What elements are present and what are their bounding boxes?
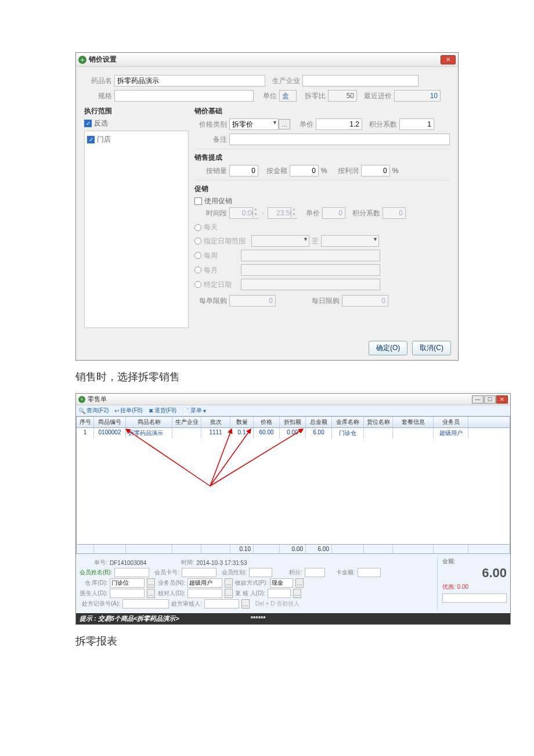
close-icon[interactable]: ✕ xyxy=(496,395,508,404)
byqty-input[interactable] xyxy=(229,165,258,177)
radio-daterange[interactable]: 指定日期范围 ▼ 至 ▼ xyxy=(194,235,450,247)
unit-input xyxy=(279,90,297,102)
cancel-button[interactable]: 取消(C) xyxy=(412,341,451,355)
col-sales[interactable]: 业务员 xyxy=(434,417,468,427)
col-qty[interactable]: 数量 xyxy=(230,417,254,427)
spec-label: 规格 xyxy=(84,91,112,101)
membercard-input[interactable] xyxy=(182,568,217,577)
enable-promo-checkbox[interactable]: 使用促销 xyxy=(194,196,450,206)
rxno-label: 处方记录号(A): xyxy=(80,600,120,608)
foot-total: 6.00 xyxy=(306,545,332,553)
tip-bar: 提示 : 交易5个商品<拆零药品演示> ****** xyxy=(76,613,510,624)
byprofit-input[interactable] xyxy=(361,165,390,177)
col-mfg[interactable]: 生产企业 xyxy=(172,417,201,427)
mfg-input[interactable] xyxy=(302,75,418,87)
toolbar-menu[interactable]: 📄菜单▾ xyxy=(182,406,206,415)
dash-separator: - xyxy=(262,209,264,217)
radio-weekly[interactable]: 每周 xyxy=(194,250,450,261)
browse-button[interactable]: … xyxy=(147,578,155,588)
membername-label: 会员姓名(B): xyxy=(80,568,112,577)
membername-input[interactable] xyxy=(114,568,149,577)
promo-unitprice-label: 单价 xyxy=(297,208,320,218)
checker-input[interactable] xyxy=(187,589,222,598)
pointfactor-label: 积分系数 xyxy=(362,120,397,129)
wh-input[interactable] xyxy=(110,578,145,588)
toolbar-query[interactable]: 🔍查询(F2) xyxy=(78,406,109,415)
bottom-extra-input[interactable] xyxy=(442,593,507,603)
commission-title: 销售提成 xyxy=(194,153,450,163)
unitprice-input[interactable] xyxy=(316,118,362,130)
col-batch[interactable]: 批次 xyxy=(201,417,230,427)
pricetype-combo[interactable]: ▼ xyxy=(229,118,279,130)
grid-footer: 0.10 0.00 6.00 xyxy=(77,544,510,553)
radio-specific[interactable]: 特定日期 xyxy=(194,279,450,290)
col-loc[interactable]: 货位名称 xyxy=(364,417,393,427)
spec-input[interactable] xyxy=(114,90,254,102)
browse-button[interactable]: … xyxy=(293,589,301,598)
pointfactor-input[interactable] xyxy=(399,118,434,130)
grid-header: 序号 商品编号 商品名称 生产企业 批次 数量 价格 折扣额 总金额 金库名称 … xyxy=(77,417,510,428)
close-icon[interactable]: ✕ xyxy=(441,55,456,64)
browse-button[interactable]: … xyxy=(225,589,233,598)
toolbar-void[interactable]: ✖退货(F9) xyxy=(149,406,176,415)
col-combo[interactable]: 套餐信息 xyxy=(393,417,434,427)
cardamt-input[interactable] xyxy=(358,568,381,577)
orderno-label: 单号: xyxy=(80,559,107,567)
col-code[interactable]: 商品编号 xyxy=(94,417,126,427)
store-checkbox[interactable]: ✓ 门店 xyxy=(87,135,186,145)
salesman-input[interactable] xyxy=(187,578,222,588)
remark-label: 备注 xyxy=(194,135,227,145)
amount-value: 6.00 xyxy=(442,566,507,581)
col-price[interactable]: 价格 xyxy=(254,417,280,427)
membertype-label: 会员性别: xyxy=(219,568,247,577)
grid-row[interactable]: 1 0100002 拆零药品演示 1111 0.1 60.00 0.00 6.0… xyxy=(77,428,510,438)
invert-checkbox[interactable]: ✓ 反选 xyxy=(84,118,189,128)
rxchecker-input[interactable] xyxy=(204,599,239,609)
invert-label: 反选 xyxy=(94,118,108,128)
browse-button[interactable]: … xyxy=(295,578,304,588)
remark-input[interactable] xyxy=(229,134,450,145)
maximize-icon[interactable]: ☐ xyxy=(484,395,496,404)
radio-monthly[interactable]: 每月 xyxy=(194,264,450,276)
col-disc[interactable]: 折扣额 xyxy=(280,417,306,427)
browse-button[interactable]: … xyxy=(225,578,233,588)
ok-button[interactable]: 确定(O) xyxy=(369,341,407,355)
monthly-input xyxy=(241,264,380,276)
byamt-label: 按金额 xyxy=(258,166,287,176)
points-input[interactable] xyxy=(305,568,325,577)
scope-list: ✓ 门店 xyxy=(84,131,189,328)
col-seq[interactable]: 序号 xyxy=(77,417,94,427)
toolbar-pending[interactable]: ↩挂单(F8) xyxy=(114,406,142,415)
membertype-input[interactable] xyxy=(249,568,272,577)
weekly-input xyxy=(241,250,380,261)
paytype-input[interactable] xyxy=(270,578,293,588)
caption-1: 销售时，选择拆零销售 xyxy=(75,370,459,384)
time-from-spinner[interactable]: ▲▼ xyxy=(229,207,258,219)
col-name[interactable]: 商品名称 xyxy=(126,417,172,427)
promo-unitprice-input xyxy=(322,207,345,219)
lastprice-label: 最近进价 xyxy=(357,91,392,101)
perorder-label: 每单限购 xyxy=(194,296,227,306)
rxno-input[interactable] xyxy=(122,599,169,609)
rxchecker-label: 处方审核人: xyxy=(171,600,202,608)
splitratio-input xyxy=(328,90,357,102)
browse-button[interactable]: … xyxy=(147,589,155,598)
browse-button[interactable]: … xyxy=(279,119,290,129)
amount-label: 金额: xyxy=(442,557,507,566)
promo-pointfactor-input xyxy=(383,207,406,219)
chevron-down-icon: ▼ xyxy=(373,236,378,242)
radio-daily[interactable]: 每天 xyxy=(194,222,450,232)
col-wh[interactable]: 金库名称 xyxy=(332,417,364,427)
col-total[interactable]: 总金额 xyxy=(306,417,332,427)
toolbar: 🔍查询(F2) ↩挂单(F8) ✖退货(F9) 📄菜单▾ xyxy=(76,405,510,416)
doctor-input[interactable] xyxy=(110,589,145,598)
drugname-input[interactable] xyxy=(114,75,265,87)
byamt-input[interactable] xyxy=(290,165,319,177)
time-to-spinner[interactable]: ▲▼ xyxy=(268,207,297,219)
percent-suffix: % xyxy=(392,167,399,175)
annotation-arrows xyxy=(77,428,367,544)
reviewer-input[interactable] xyxy=(268,589,291,598)
minimize-icon[interactable]: — xyxy=(472,395,484,404)
scope-title: 执行范围 xyxy=(84,106,189,116)
browse-button[interactable]: … xyxy=(241,599,250,609)
